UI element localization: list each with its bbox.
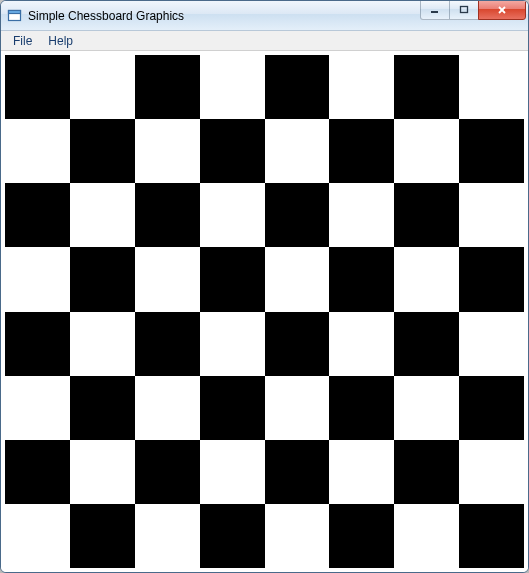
menu-file[interactable]: File [5, 32, 40, 50]
board-square [5, 312, 70, 376]
board-square [329, 119, 394, 183]
board-square [459, 312, 524, 376]
board-square [70, 247, 135, 311]
board-square [135, 183, 200, 247]
board-square [5, 119, 70, 183]
svg-rect-3 [461, 7, 468, 13]
board-square [5, 247, 70, 311]
board-square [394, 376, 459, 440]
board-square [5, 55, 70, 119]
board-square [394, 183, 459, 247]
board-square [265, 312, 330, 376]
board-square [70, 440, 135, 504]
board-square [200, 504, 265, 568]
board-square [200, 440, 265, 504]
board-square [200, 312, 265, 376]
board-square [459, 183, 524, 247]
close-button[interactable] [478, 0, 526, 20]
board-square [394, 504, 459, 568]
menu-help[interactable]: Help [40, 32, 81, 50]
board-square [265, 55, 330, 119]
menubar: File Help [1, 31, 528, 51]
board-square [329, 247, 394, 311]
board-square [135, 55, 200, 119]
board-square [265, 119, 330, 183]
board-square [459, 55, 524, 119]
board-square [329, 312, 394, 376]
app-icon [7, 8, 23, 24]
board-square [70, 504, 135, 568]
svg-rect-1 [9, 10, 21, 13]
board-square [135, 312, 200, 376]
board-square [265, 376, 330, 440]
board-square [394, 440, 459, 504]
board-square [70, 55, 135, 119]
board-square [200, 55, 265, 119]
board-square [394, 247, 459, 311]
window-title: Simple Chessboard Graphics [28, 9, 421, 23]
board-square [394, 119, 459, 183]
window-controls [421, 0, 526, 20]
board-square [70, 119, 135, 183]
board-square [70, 183, 135, 247]
board-square [5, 183, 70, 247]
app-window: Simple Chessboard Graphics File Help [0, 0, 529, 573]
board-square [329, 55, 394, 119]
client-area [1, 51, 528, 572]
board-square [70, 376, 135, 440]
board-square [329, 183, 394, 247]
minimize-button[interactable] [420, 0, 450, 20]
board-square [459, 247, 524, 311]
board-square [265, 504, 330, 568]
board-square [5, 440, 70, 504]
board-square [5, 504, 70, 568]
board-square [329, 440, 394, 504]
board-square [265, 183, 330, 247]
board-square [135, 440, 200, 504]
board-square [135, 247, 200, 311]
titlebar[interactable]: Simple Chessboard Graphics [1, 1, 528, 31]
board-square [265, 247, 330, 311]
board-square [135, 504, 200, 568]
maximize-button[interactable] [449, 0, 479, 20]
chessboard [5, 55, 524, 568]
board-square [459, 440, 524, 504]
svg-rect-2 [431, 11, 438, 13]
board-square [394, 312, 459, 376]
board-square [200, 183, 265, 247]
board-square [70, 312, 135, 376]
board-square [200, 247, 265, 311]
board-square [200, 376, 265, 440]
board-square [394, 55, 459, 119]
board-square [459, 119, 524, 183]
board-square [5, 376, 70, 440]
board-square [459, 504, 524, 568]
board-square [329, 504, 394, 568]
board-square [135, 119, 200, 183]
board-square [135, 376, 200, 440]
board-square [459, 376, 524, 440]
board-square [329, 376, 394, 440]
board-square [265, 440, 330, 504]
board-square [200, 119, 265, 183]
